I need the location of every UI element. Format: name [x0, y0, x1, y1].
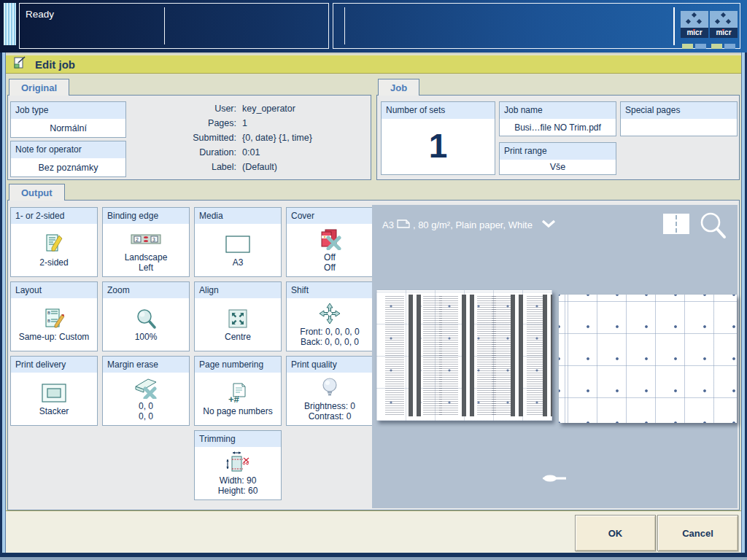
binding-edge-icon: 2 3 — [131, 228, 161, 251]
tile-label: Zoom — [103, 282, 189, 298]
stacker-icon — [41, 381, 67, 405]
tile-media[interactable]: Media A3 — [194, 207, 282, 277]
tile-margin-erase[interactable]: Margin erase 0, 00, 0 — [102, 356, 190, 426]
media-icon — [225, 233, 251, 256]
output-group: Output 1- or 2-sided 2-sided — [7, 184, 740, 510]
trim-bar — [511, 295, 523, 416]
lightbulb-icon — [320, 376, 339, 400]
status-panel-divider — [164, 7, 165, 44]
status-panel-right: micr micr — [333, 3, 740, 49]
svg-text:B: B — [47, 311, 50, 315]
trimming-icon — [225, 451, 251, 474]
window-left-edge — [0, 52, 7, 553]
tile-binding-edge[interactable]: Binding edge 2 3 — [102, 207, 190, 277]
media-size-text: A3 — [382, 219, 394, 230]
note-for-operator-button[interactable]: Note for operator Bez poznámky — [10, 141, 126, 177]
job-type-value: Normální — [11, 119, 125, 137]
info-label: Label: — [172, 160, 236, 174]
dialog-footer: OK Cancel — [3, 510, 744, 553]
edit-job-icon — [13, 56, 26, 72]
output-tile-grid: 1- or 2-sided 2-sided Binding — [10, 207, 374, 500]
special-pages-value — [621, 119, 737, 136]
job-name-button[interactable]: Job name Busi…file NO Trim.pdf — [499, 101, 616, 136]
ok-button[interactable]: OK — [575, 515, 656, 551]
status-panel-left: Ready — [19, 3, 329, 49]
job-panel: Number of sets 1 Job name Busi…file NO T… — [376, 95, 740, 180]
micr-tray-indicator-2: micr — [710, 11, 738, 49]
two-page-view-icon[interactable] — [663, 214, 689, 234]
tile-label: Print delivery — [11, 357, 97, 373]
page-numbering-icon: +# — [226, 381, 249, 405]
number-of-sets-value: 1 — [382, 119, 495, 173]
edit-job-screen: Ready micr — [0, 0, 747, 560]
tile-label: Layout — [11, 282, 97, 298]
tab-job[interactable]: Job — [378, 79, 419, 96]
special-pages-button[interactable]: Special pages — [620, 101, 738, 136]
tab-output[interactable]: Output — [9, 184, 65, 201]
cancel-button[interactable]: Cancel — [657, 515, 738, 551]
svg-text:B: B — [47, 319, 50, 323]
tile-shift[interactable]: Shift Front: 0, 0, 0, 0Back: 0, 0, 0, 0 — [286, 281, 374, 351]
tile-page-numbering[interactable]: Page numbering +# No page numbers — [194, 356, 282, 426]
margin-erase-icon — [133, 376, 158, 400]
info-value: (Default) — [242, 160, 277, 174]
tile-print-delivery[interactable]: Print delivery Stacker — [10, 356, 98, 426]
layout-icon: B B — [43, 307, 65, 330]
print-range-value: Vše — [500, 160, 616, 174]
info-value: {0, date} {1, time} — [242, 131, 312, 145]
micr-dots-icon — [710, 11, 738, 28]
tile-print-quality[interactable]: Print quality Brightness: 0Contrast: 0 — [286, 356, 374, 426]
green-level-bar — [682, 44, 693, 49]
svg-text:3: 3 — [152, 237, 155, 242]
number-of-sets-button[interactable]: Number of sets 1 — [381, 101, 495, 175]
info-label: Submitted: — [172, 131, 236, 145]
tile-align[interactable]: Align — [194, 281, 282, 351]
blue-level-bar — [724, 44, 735, 49]
media-selector-dropdown[interactable]: A3 , 80 g/m², Plain paper, White — [382, 215, 556, 234]
svg-text:2: 2 — [136, 237, 139, 242]
print-range-button[interactable]: Print range Vše — [499, 142, 616, 175]
tile-label: Trimming — [195, 431, 281, 447]
tile-cover[interactable]: Cover OffOff — [286, 207, 374, 277]
tile-1-or-2-sided[interactable]: 1- or 2-sided 2-sided — [10, 207, 98, 277]
cover-off-icon — [318, 228, 341, 251]
info-row-label: Label: (Default) — [172, 160, 368, 174]
media-description-text: , 80 g/m², Plain paper, White — [413, 219, 533, 230]
micr-label: micr — [681, 28, 708, 38]
tile-label: Cover — [287, 208, 373, 224]
shift-arrows-icon — [319, 302, 341, 325]
corner-stripes-decoration — [4, 3, 16, 45]
printer-status-text: Ready — [26, 9, 54, 20]
note-label: Note for operator — [11, 141, 125, 158]
job-type-button[interactable]: Job type Normální — [10, 101, 126, 138]
svg-text:+#: +# — [228, 394, 240, 404]
paper-sheet-icon — [397, 219, 410, 231]
status-panel-divider — [344, 7, 345, 44]
job-group: Job Number of sets 1 Job name Busi…file … — [376, 79, 740, 180]
info-value: key_operator — [242, 101, 295, 116]
green-level-bar — [711, 44, 722, 49]
info-value: 0:01 — [242, 145, 260, 160]
special-pages-label: Special pages — [621, 102, 737, 119]
tile-label: Page numbering — [195, 357, 281, 373]
number-of-sets-label: Number of sets — [382, 102, 495, 119]
info-row-pages: Pages: 1 — [172, 116, 368, 131]
preview-zoom-icon[interactable] — [698, 211, 727, 243]
output-panel: 1- or 2-sided 2-sided Binding — [7, 200, 740, 510]
tile-label: Binding edge — [103, 208, 189, 224]
tile-trimming[interactable]: Trimming — [194, 430, 282, 500]
preview-handle-icon[interactable] — [543, 473, 569, 486]
status-bar: Ready micr — [0, 0, 747, 52]
tab-original[interactable]: Original — [9, 79, 69, 96]
job-info-block: User: key_operator Pages: 1 Submitted: {… — [172, 101, 368, 174]
tile-zoom[interactable]: Zoom 100% — [102, 281, 190, 351]
bottom-frame-strip — [0, 557, 747, 560]
tile-label: Shift — [287, 282, 373, 298]
tile-label: Media — [195, 208, 281, 224]
info-label: Pages: — [172, 116, 236, 131]
tile-layout[interactable]: Layout B B Same-up: C — [10, 281, 98, 351]
trim-bar — [462, 295, 474, 416]
original-group: Original Job type Normální Note for oper… — [7, 79, 371, 180]
preview-page-front — [376, 290, 552, 421]
info-label: User: — [172, 101, 236, 116]
